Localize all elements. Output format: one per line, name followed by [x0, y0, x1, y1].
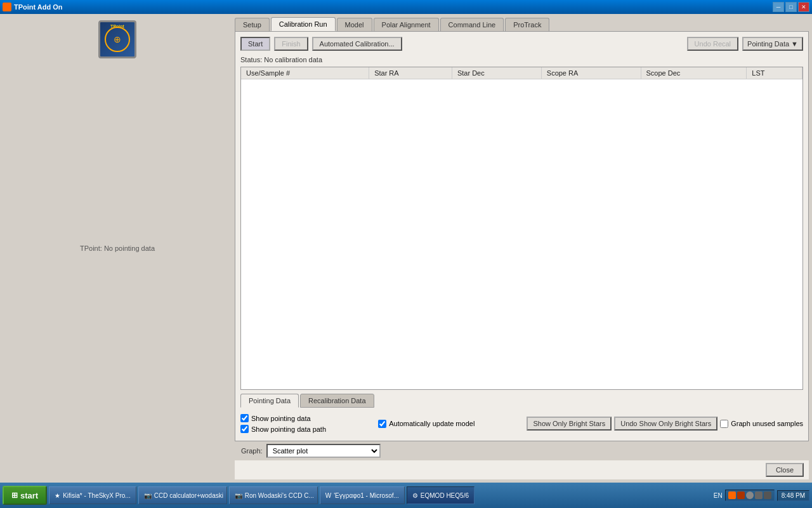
main-container: TPoint ⊕ TPoint: No pointing data Setup … [0, 14, 812, 483]
bottom-tabs: Pointing Data Recalibration Data [240, 394, 803, 408]
title-bar-buttons: ─ □ ✕ [773, 2, 809, 12]
col-lst: LST [747, 67, 802, 79]
col-use-sample: Use/Sample # [241, 67, 369, 79]
system-tray [725, 490, 775, 501]
tab-bar: Setup Calibration Run Model Polar Alignm… [235, 17, 809, 31]
graph-type-select[interactable]: Scatter plot Sky map Error histogram Tim… [266, 444, 381, 458]
taskbar-item-label-ccd: CCD calculator+wodaski [154, 492, 223, 499]
title-bar-left: ✕ TPoint Add On [3, 3, 63, 11]
status-bar: Status: No calibration data [240, 56, 803, 64]
graph-row: Graph: Scatter plot Sky map Error histog… [235, 441, 809, 460]
graph-unused-samples-checkbox[interactable] [720, 420, 728, 428]
no-pointing-data-label: TPoint: No pointing data [80, 244, 155, 252]
bottom-controls: Show pointing data Show pointing data pa… [240, 411, 803, 436]
bottom-tab-recalibration-data[interactable]: Recalibration Data [300, 394, 374, 408]
start-button[interactable]: Start [240, 37, 270, 51]
window-title: TPoint Add On [14, 3, 63, 11]
tray-icon-1 [728, 491, 736, 499]
finish-button[interactable]: Finish [274, 37, 308, 51]
show-pointing-data-checkbox[interactable] [240, 414, 249, 422]
tab-polar-alignment[interactable]: Polar Alignment [374, 18, 439, 31]
pointing-data-dropdown[interactable]: Pointing Data ▼ [742, 37, 803, 51]
tab-setup[interactable]: Setup [235, 18, 270, 31]
left-panel: TPoint ⊕ TPoint: No pointing data [0, 14, 235, 483]
logo-circle: ⊕ [105, 27, 130, 52]
tray-icon-4 [755, 491, 763, 499]
show-pointing-data-row: Show pointing data [240, 414, 326, 422]
show-pointing-data-label: Show pointing data [251, 415, 311, 422]
auto-update-model-label: Automatically update model [389, 420, 475, 427]
show-pointing-data-path-row: Show pointing data path [240, 425, 326, 433]
tab-protrack[interactable]: ProTrack [505, 18, 549, 31]
show-only-bright-stars-button[interactable]: Show Only Bright Stars [527, 417, 612, 431]
dropdown-arrow-icon: ▼ [791, 40, 798, 48]
thesky-icon: ★ [55, 492, 60, 499]
content-area: Start Finish Automated Calibration... Un… [235, 31, 809, 441]
eqmod-icon: ⚙ [412, 492, 418, 499]
taskbar-item-ron-ccd[interactable]: 📷 Ron Wodaski's CCD C... [229, 486, 318, 504]
close-area: Close [235, 460, 809, 479]
col-star-dec: Star Dec [452, 67, 541, 79]
col-star-ra: Star RA [369, 67, 452, 79]
col-scope-ra: Scope RA [541, 67, 641, 79]
graph-label: Graph: [241, 447, 263, 455]
taskbar-item-label-eqmod: EQMOD HEQ5/6 [421, 492, 469, 499]
tray-icon-3 [746, 491, 754, 499]
graph-unused-samples-row: Graph unused samples [720, 420, 803, 428]
taskbar-item-label-word: 'Εγγραφο1 - Microsof... [334, 492, 399, 499]
taskbar-item-word[interactable]: W 'Εγγραφο1 - Microsof... [320, 486, 405, 504]
table-header-row: Use/Sample # Star RA Star Dec Scope RA S… [241, 67, 802, 79]
taskbar-right: EN 8:48 PM [714, 490, 809, 501]
data-table: Use/Sample # Star RA Star Dec Scope RA S… [241, 67, 802, 79]
automated-calibration-button[interactable]: Automated Calibration... [312, 37, 402, 51]
top-controls: Start Finish Automated Calibration... Un… [240, 37, 803, 51]
pointing-data-label: Pointing Data [747, 40, 789, 48]
minimize-button[interactable]: ─ [773, 2, 784, 12]
window-close-button[interactable]: ✕ [798, 2, 809, 12]
maximize-button[interactable]: □ [785, 2, 797, 12]
graph-unused-samples-label: Graph unused samples [731, 420, 803, 427]
taskbar-item-thesky[interactable]: ★ Kifisia* - TheSkyX Pro... [49, 486, 136, 504]
ron-ccd-icon: 📷 [235, 492, 242, 499]
close-button[interactable]: Close [766, 463, 804, 477]
auto-update-model-row: Automatically update model [378, 420, 475, 428]
tab-calibration-run[interactable]: Calibration Run [271, 17, 336, 31]
start-label: start [20, 491, 38, 500]
show-pointing-data-path-checkbox[interactable] [240, 425, 249, 433]
taskbar-item-label-ron: Ron Wodaski's CCD C... [245, 492, 314, 499]
taskbar: ⊞ start ★ Kifisia* - TheSkyX Pro... 📷 CC… [0, 483, 812, 508]
tab-command-line[interactable]: Command Line [440, 18, 504, 31]
app-icon: ✕ [3, 3, 11, 11]
status-text: Status: No calibration data [240, 56, 322, 64]
ccd-calc-icon: 📷 [144, 492, 152, 499]
data-table-container: Use/Sample # Star RA Star Dec Scope RA S… [240, 67, 803, 390]
taskbar-item-eqmod[interactable]: ⚙ EQMOD HEQ5/6 [407, 486, 475, 504]
taskbar-item-ccd-calc[interactable]: 📷 CCD calculator+wodaski [138, 486, 227, 504]
show-pointing-data-path-label: Show pointing data path [251, 425, 326, 433]
lang-indicator: EN [714, 492, 723, 499]
title-bar: ✕ TPoint Add On ─ □ ✕ [0, 0, 812, 14]
tpoint-logo: TPoint ⊕ [98, 20, 136, 58]
auto-update-model-checkbox[interactable] [378, 420, 386, 428]
bottom-left-controls: Show pointing data Show pointing data pa… [240, 414, 326, 433]
right-panel: Setup Calibration Run Model Polar Alignm… [235, 14, 812, 483]
bottom-tab-pointing-data[interactable]: Pointing Data [240, 394, 299, 408]
bottom-center-controls: Automatically update model [378, 420, 475, 428]
start-button[interactable]: ⊞ start [3, 486, 47, 505]
tray-icon-2 [737, 491, 745, 499]
col-scope-dec: Scope Dec [641, 67, 747, 79]
taskbar-item-label-thesky: Kifisia* - TheSkyX Pro... [63, 492, 131, 499]
bottom-right-controls: Show Only Bright Stars Undo Show Only Br… [527, 417, 803, 431]
undo-show-only-bright-stars-button[interactable]: Undo Show Only Bright Stars [614, 417, 717, 431]
tray-icon-5 [764, 491, 771, 499]
taskbar-clock: 8:48 PM [777, 490, 809, 501]
tab-model[interactable]: Model [337, 18, 372, 31]
undo-recal-button[interactable]: Undo Recal [687, 37, 738, 51]
start-windows-icon: ⊞ [11, 491, 18, 500]
word-icon: W [325, 492, 331, 499]
